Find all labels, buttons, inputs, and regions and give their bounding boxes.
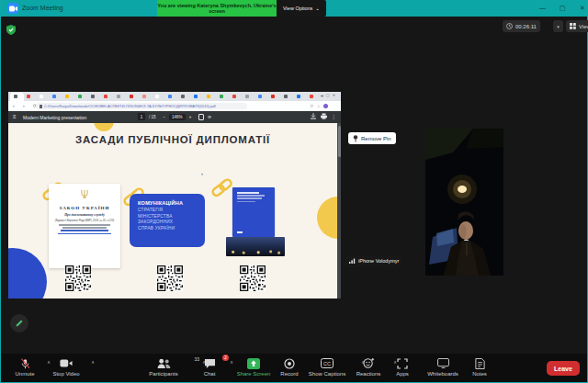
- grid-view-icon: [570, 23, 576, 29]
- zoom-logo-icon: [7, 3, 18, 14]
- share-screen-icon: [247, 358, 260, 369]
- strategy-line: СТРАТЕГІЯ: [138, 208, 205, 212]
- law-document-preview: ЗАКОН УКРАЇНИ Про дипломатичну службу (В…: [49, 184, 120, 268]
- tab-favicons: [14, 95, 17, 98]
- browser-avatar: [323, 104, 328, 108]
- browser-tab-strip: + —▢✕: [8, 92, 341, 101]
- window-title: Zoom Meeting: [22, 5, 63, 11]
- law-text-line: [62, 227, 107, 229]
- notes-button[interactable]: Notes: [464, 356, 495, 377]
- scrollbar-thumb: [338, 126, 341, 157]
- city-night-photo: [226, 237, 285, 256]
- bookmark-star-icon: ☆: [310, 103, 313, 108]
- url-field: C:/Users/Katya/Downloads/ОСНОВНІ-АСПЕКТИ…: [36, 103, 247, 109]
- viewing-banner: You are viewing Kateryna Shymkevych, Ukr…: [157, 0, 277, 17]
- fit-page-icon: [198, 114, 204, 120]
- pdf-download-icon: [311, 113, 316, 119]
- title-bar: Zoom Meeting You are viewing Kateryna Sh…: [1, 0, 587, 17]
- law-text-line: [59, 224, 110, 226]
- url-text: C:/Users/Katya/Downloads/ОСНОВНІ-АСПЕКТИ…: [44, 104, 216, 108]
- participants-button[interactable]: 33 ∧ Participants: [137, 356, 190, 377]
- strategy-line: ЗАКОРДОННИХ: [138, 220, 205, 224]
- pencil-icon: [15, 319, 24, 328]
- apps-button[interactable]: Apps: [387, 356, 418, 377]
- audio-signal-icon: [349, 258, 356, 264]
- view-options-button[interactable]: View Options ⌄: [277, 0, 326, 17]
- pdf-print-icon: [321, 113, 327, 119]
- annotate-button[interactable]: [10, 314, 28, 332]
- strategy-line: МІНІСТЕРСТВА: [138, 214, 205, 219]
- maximize-button[interactable]: ▢: [560, 4, 566, 13]
- slide-page: ЗАСАДИ ПУБЛІЧНОЇ ДИПЛОМАТІЇ ЗАКОН УКРАЇН…: [8, 123, 337, 299]
- unmute-button[interactable]: ∧ Unmute: [6, 356, 43, 377]
- strategy-line: КОМУНІКАЦІЙНА: [138, 200, 205, 206]
- slide-title: ЗАСАДИ ПУБЛІЧНОЇ ДИПЛОМАТІЇ: [8, 134, 337, 145]
- notes-icon: [475, 358, 485, 369]
- slide-deco-circle-blue: [8, 248, 47, 299]
- timer-menu-button[interactable]: ▾: [553, 20, 563, 32]
- qr-code: [157, 265, 183, 291]
- file-icon: [40, 105, 42, 108]
- whiteboards-button[interactable]: Whiteboards: [418, 356, 468, 377]
- timer-value: 00:26:11: [515, 24, 537, 29]
- law-link-line: [61, 230, 108, 231]
- reactions-smiley-icon: [363, 357, 375, 369]
- participants-icon: [157, 358, 171, 369]
- apps-icon: [397, 358, 408, 369]
- record-button[interactable]: Record: [273, 356, 306, 377]
- slide-deco-circle-right: [317, 197, 337, 239]
- pdf-viewer: ЗАСАДИ ПУБЛІЧНОЇ ДИПЛОМАТІЇ ЗАКОН УКРАЇН…: [8, 123, 341, 299]
- ukraine-trident-icon: [80, 189, 89, 200]
- zoom-meeting-window: Zoom Meeting You are viewing Kateryna Sh…: [0, 0, 588, 383]
- strategy-line: СПРАВ УКРАЇНИ: [138, 226, 205, 231]
- participant-name-tag: iPhone Volodymyr: [345, 255, 402, 266]
- participant-name: iPhone Volodymyr: [358, 258, 399, 264]
- stop-video-button[interactable]: ∧ Stop Video: [45, 356, 87, 377]
- whiteboard-icon: [437, 358, 449, 368]
- pdf-scrollbar: [337, 123, 341, 299]
- participant-video: [425, 129, 503, 276]
- chat-button[interactable]: 2 ∧ Chat: [196, 356, 223, 377]
- pdf-doc-title: Modern Marketing presentation: [23, 115, 86, 120]
- pdf-page-input: 1: [138, 113, 145, 120]
- encryption-shield-icon[interactable]: [6, 22, 16, 39]
- pin-icon: [353, 135, 358, 142]
- chat-icon: [204, 358, 216, 369]
- pdf-toolbar: ≡ Modern Marketing presentation 1 / 15 −…: [8, 111, 341, 123]
- law-doc-title: Про дипломатичну службу: [49, 213, 120, 217]
- close-button[interactable]: ✕: [580, 4, 585, 13]
- record-icon: [284, 358, 295, 369]
- minimize-button[interactable]: —: [539, 4, 546, 13]
- video-menu-caret[interactable]: ∧: [91, 359, 95, 365]
- strategy-card: КОМУНІКАЦІЙНА СТРАТЕГІЯ МІНІСТЕРСТВА ЗАК…: [130, 194, 205, 247]
- view-layout-button[interactable]: View: [566, 20, 588, 32]
- zoom-out-icon: −: [163, 115, 165, 119]
- browser-address-bar: ‹ › ⟳ C:/Users/Katya/Downloads/ОСНОВНІ-А…: [8, 101, 341, 111]
- law-meta: (Відомості Верховної Ради (ВВР), 2018, №…: [49, 220, 120, 222]
- clock-icon: [506, 23, 513, 29]
- law-link-line: [58, 233, 111, 235]
- chain-link-icon: [210, 176, 234, 198]
- pdf-menu-icon: ≡: [13, 114, 17, 119]
- qr-code: [65, 265, 91, 291]
- svg-text:CC: CC: [323, 361, 331, 366]
- leave-button[interactable]: Leave: [547, 361, 580, 376]
- remove-pin-button[interactable]: Remove Pin: [348, 132, 396, 144]
- browser-window-controls: —▢✕: [320, 93, 338, 97]
- download-icon: ↓: [318, 103, 321, 108]
- zoom-in-icon: +: [189, 115, 192, 119]
- pdf-zoom-level: 146%: [169, 114, 186, 120]
- pdf-page-count: / 15: [149, 115, 156, 119]
- meeting-toolbar: ∧ Unmute ∧ Stop Video 33 ∧ Participants …: [1, 354, 587, 382]
- camera-icon: [60, 358, 73, 368]
- reactions-button[interactable]: ∧ Reactions: [348, 356, 389, 377]
- captions-icon: CC: [321, 358, 334, 368]
- show-captions-button[interactable]: CC ∧ Show Captions: [302, 356, 352, 377]
- qr-code: [240, 265, 266, 291]
- slide-deco-semicircle: [94, 123, 114, 131]
- cover-logo: [237, 231, 243, 233]
- shared-screen-view: + —▢✕ ‹ › ⟳ C:/Users/Katya/Downloads/ОСН…: [8, 92, 341, 299]
- rotate-icon: ⟳: [208, 115, 211, 119]
- viewing-banner-text: You are viewing Kateryna Shymkevych, Ukr…: [157, 3, 277, 14]
- mouse-cursor: ›: [201, 171, 203, 176]
